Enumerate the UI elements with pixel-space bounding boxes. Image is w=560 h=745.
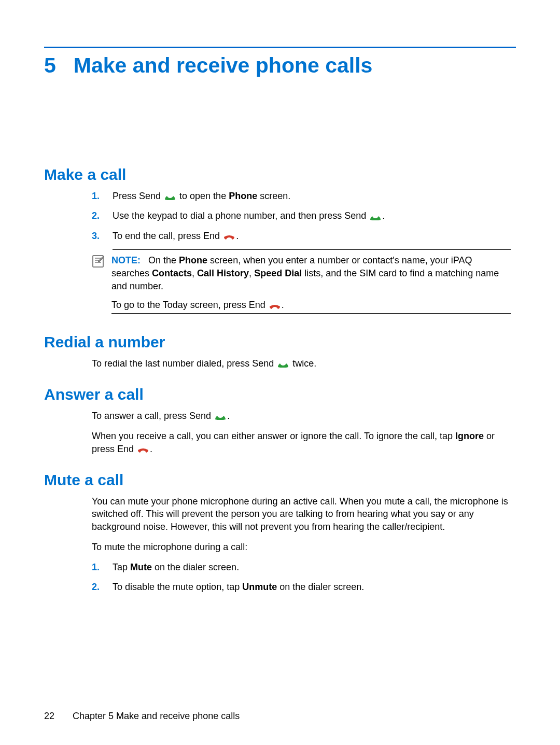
note-icon: [92, 255, 105, 268]
note-text-bold: Call History: [197, 268, 249, 278]
note-text: On the: [148, 255, 179, 265]
note-sub-text: To go to the Today screen, press End: [111, 300, 268, 310]
note-text: ,: [192, 268, 197, 278]
list-item: To disable the mute option, tap Unmute o…: [92, 581, 511, 593]
document-page: 5 Make and receive phone calls Make a ca…: [0, 0, 560, 593]
end-icon: [269, 302, 281, 310]
step-text-bold: Phone: [229, 191, 257, 201]
step-text-bold: Mute: [130, 562, 152, 572]
step-text: Use the keypad to dial a phone number, a…: [113, 210, 369, 221]
section-body-redial: To redial the last number dialed, press …: [92, 357, 511, 370]
step-text: on the dialer screen.: [152, 562, 239, 572]
note-subparagraph: To go to the Today screen, press End .: [111, 299, 511, 314]
footer-chapter-label: Chapter 5 Make and receive phone calls: [73, 711, 240, 721]
send-icon: [277, 360, 289, 368]
paragraph: To answer a call, press Send .: [92, 410, 511, 423]
list-item: Use the keypad to dial a phone number, a…: [92, 209, 511, 222]
step-text: to open the: [177, 191, 229, 201]
end-icon: [137, 446, 149, 453]
paragraph: When you receive a call, you can either …: [92, 430, 511, 456]
step-text: .: [236, 231, 239, 241]
note-text-bold: Speed Dial: [254, 268, 302, 278]
note-box: NOTE: On the Phone screen, when you ente…: [92, 249, 511, 316]
paragraph: To mute the microphone during a call:: [92, 541, 511, 554]
para-text-bold: Ignore: [455, 431, 484, 441]
section-heading-mute: Mute a call: [44, 471, 516, 489]
note-content: NOTE: On the Phone screen, when you ente…: [111, 254, 511, 314]
send-icon: [164, 193, 176, 200]
section-body-mute: You can mute your phone microphone durin…: [92, 495, 511, 594]
step-text: To disable the mute option, tap: [113, 582, 242, 592]
chapter-number: 5: [44, 53, 56, 78]
para-text: .: [227, 411, 230, 421]
page-number: 22: [44, 711, 54, 721]
step-text: .: [382, 210, 385, 221]
section-heading-answer: Answer a call: [44, 386, 516, 403]
section-heading-redial: Redial a number: [44, 333, 516, 351]
para-text: .: [150, 444, 152, 454]
list-item: To end the call, press End .: [92, 230, 511, 242]
step-text: on the dialer screen.: [277, 582, 364, 592]
chapter-top-rule: [44, 47, 516, 48]
note-text-bold: Phone: [179, 255, 207, 265]
para-text: To redial the last number dialed, press …: [92, 358, 276, 369]
chapter-title: 5 Make and receive phone calls: [44, 53, 516, 78]
steps-make-a-call: Press Send to open the Phone screen. Use…: [92, 190, 511, 242]
paragraph: To redial the last number dialed, press …: [92, 357, 511, 370]
list-item: Tap Mute on the dialer screen.: [92, 561, 511, 573]
note-top-rule: [113, 249, 511, 250]
section-body-make-a-call: Press Send to open the Phone screen. Use…: [92, 190, 511, 316]
section-body-answer: To answer a call, press Send . When you …: [92, 410, 511, 455]
note-text-bold: Contacts: [152, 268, 192, 278]
chapter-name: Make and receive phone calls: [74, 53, 373, 78]
step-text: screen.: [257, 191, 290, 201]
list-item: Press Send to open the Phone screen.: [92, 190, 511, 202]
para-text: When you receive a call, you can either …: [92, 431, 455, 441]
section-heading-make-a-call: Make a call: [44, 166, 516, 184]
note-sub-text: .: [282, 300, 284, 310]
step-text: To end the call, press End: [113, 231, 222, 241]
step-text: Press Send: [113, 191, 163, 201]
note-text: ,: [249, 268, 254, 278]
para-text: twice.: [290, 358, 316, 369]
send-icon: [370, 213, 381, 220]
paragraph: You can mute your phone microphone durin…: [92, 495, 511, 533]
para-text: To answer a call, press Send: [92, 411, 214, 421]
end-icon: [223, 233, 235, 240]
note-label: NOTE:: [111, 255, 141, 265]
send-icon: [215, 413, 226, 420]
page-footer: 22 Chapter 5 Make and receive phone call…: [44, 711, 240, 722]
steps-mute: Tap Mute on the dialer screen. To disabl…: [92, 561, 511, 594]
step-text-bold: Unmute: [242, 582, 277, 592]
step-text: Tap: [113, 562, 130, 572]
